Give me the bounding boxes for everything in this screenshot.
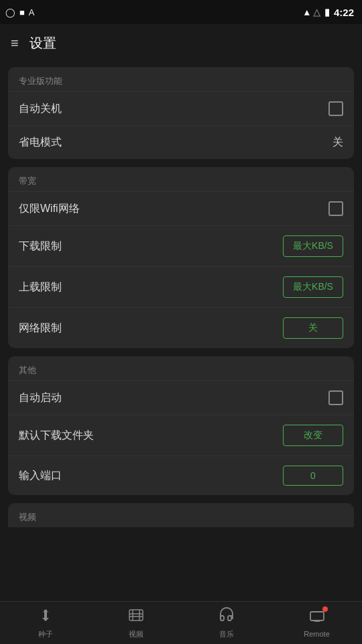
nav-torrent[interactable]: 种子 [0, 607, 90, 639]
row-wifi-only: 仅限Wifi网络 [8, 191, 354, 225]
battery-icon: ▮ [324, 7, 330, 17]
signal-icon: △ [313, 7, 320, 17]
section-pro-title: 专业版功能 [8, 67, 354, 91]
btn-network-limit[interactable]: 关 [283, 317, 343, 339]
nav-music[interactable]: 音乐 [181, 607, 272, 639]
nav-video[interactable]: 视频 [90, 607, 181, 639]
music-icon [219, 607, 235, 627]
row-input-port: 输入端口 0 [8, 455, 354, 495]
checkbox-auto-start[interactable] [328, 390, 343, 405]
status-left-icons: ◯ ■ A [5, 7, 35, 17]
row-network-limit: 网络限制 关 [8, 307, 354, 348]
page-title: 设置 [29, 34, 56, 52]
row-auto-shutdown: 自动关机 [8, 91, 354, 125]
nav-remote[interactable]: Remote [272, 608, 362, 638]
svg-rect-5 [310, 612, 324, 621]
status-time: 4:22 [334, 7, 354, 18]
remote-icon [309, 608, 325, 628]
label-download-limit: 下载限制 [19, 239, 62, 254]
label-input-port: 输入端口 [19, 469, 62, 483]
label-wifi-only: 仅限Wifi网络 [19, 202, 80, 216]
section-video-peek: 视频 [8, 503, 354, 527]
checkbox-wifi-only[interactable] [328, 201, 343, 216]
nav-torrent-label: 种子 [38, 629, 53, 639]
btn-download-limit[interactable]: 最大KB/S [283, 235, 343, 257]
label-auto-start: 自动启动 [19, 391, 62, 405]
row-auto-start: 自动启动 [8, 380, 354, 415]
section-video-title: 视频 [8, 503, 354, 527]
label-default-folder: 默认下载文件夹 [19, 429, 94, 443]
checkbox-auto-shutdown[interactable] [328, 101, 343, 116]
settings-content: 专业版功能 自动关机 省电模式 关 带宽 仅限Wifi网络 下载限制 最大KB/… [0, 62, 362, 601]
bottom-nav: 种子 视频 音乐 [0, 601, 362, 644]
value-power-save: 关 [333, 136, 343, 150]
video-icon [128, 607, 144, 627]
row-download-limit: 下载限制 最大KB/S [8, 225, 354, 266]
btn-input-port[interactable]: 0 [283, 466, 343, 486]
status-bar: ◯ ■ A ▴ △ ▮ 4:22 [0, 0, 362, 24]
app-icon-1: ◯ [5, 7, 15, 17]
nav-remote-label: Remote [304, 630, 330, 638]
row-power-save: 省电模式 关 [8, 125, 354, 159]
label-upload-limit: 上载限制 [19, 280, 62, 294]
section-other-title: 其他 [8, 356, 354, 380]
top-bar: ≡ 设置 [0, 24, 362, 62]
svg-rect-0 [129, 610, 143, 621]
row-default-folder: 默认下载文件夹 改变 [8, 415, 354, 455]
remote-badge [322, 606, 328, 612]
btn-upload-limit[interactable]: 最大KB/S [283, 276, 343, 298]
nav-video-label: 视频 [129, 629, 143, 639]
row-upload-limit: 上载限制 最大KB/S [8, 266, 354, 307]
btn-default-folder[interactable]: 改变 [283, 425, 343, 446]
torrent-icon [38, 607, 54, 627]
section-bandwidth: 带宽 仅限Wifi网络 下载限制 最大KB/S 上载限制 最大KB/S 网络限制… [8, 167, 354, 348]
wifi-icon: ▴ [304, 7, 309, 17]
menu-icon[interactable]: ≡ [11, 36, 19, 51]
section-bandwidth-title: 带宽 [8, 167, 354, 191]
label-auto-shutdown: 自动关机 [19, 102, 62, 116]
a-icon: A [29, 7, 35, 17]
label-network-limit: 网络限制 [19, 321, 62, 335]
section-pro: 专业版功能 自动关机 省电模式 关 [8, 67, 354, 159]
nav-music-label: 音乐 [219, 629, 234, 639]
status-right-icons: ▴ △ ▮ 4:22 [304, 7, 354, 18]
label-power-save: 省电模式 [19, 136, 62, 150]
shield-icon: ■ [19, 7, 25, 17]
section-other: 其他 自动启动 默认下载文件夹 改变 输入端口 0 [8, 356, 354, 495]
